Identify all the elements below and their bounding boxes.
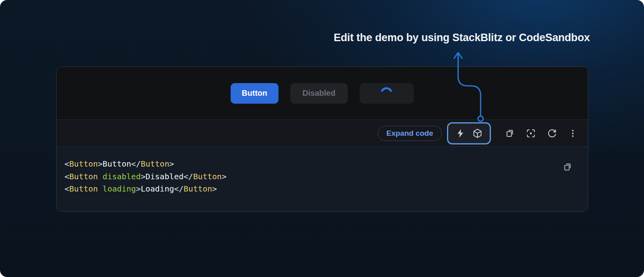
- stackblitz-button[interactable]: [455, 128, 466, 138]
- copy-icon: [505, 129, 515, 138]
- code-line: <Button loading>Loading</Button>: [64, 183, 226, 195]
- isolate-demo-button[interactable]: [526, 128, 536, 138]
- loading-spinner-icon: [380, 87, 393, 100]
- copy-code-button[interactable]: [505, 128, 515, 138]
- demo-toolbar: Expand code: [57, 120, 588, 147]
- kebab-menu-icon: [568, 128, 578, 138]
- page-background: Edit the demo by using StackBlitz or Cod…: [0, 0, 644, 277]
- stackblitz-bolt-icon: [455, 128, 466, 138]
- annotation-heading: Edit the demo by using StackBlitz or Cod…: [334, 32, 590, 44]
- refresh-demo-button[interactable]: [547, 128, 557, 138]
- expand-code-button[interactable]: Expand code: [378, 126, 442, 141]
- demo-button-disabled: Disabled: [290, 83, 348, 104]
- demo-preview: Button Disabled: [57, 67, 588, 120]
- copy-icon: [563, 162, 572, 172]
- demo-button-primary[interactable]: Button: [231, 83, 278, 104]
- code-copy-button[interactable]: [563, 162, 573, 172]
- code-line: <Button disabled>Disabled</Button>: [64, 171, 226, 183]
- code-lines: <Button>Button</Button><Button disabled>…: [64, 158, 226, 195]
- demo-card: Button Disabled Expand code: [56, 66, 588, 212]
- isolate-icon: [526, 128, 536, 138]
- codesandbox-cube-icon: [472, 128, 483, 138]
- demo-button-loading[interactable]: [360, 83, 414, 104]
- edit-demo-button-group: [447, 122, 491, 144]
- codesandbox-button[interactable]: [472, 128, 483, 138]
- more-actions-button[interactable]: [568, 128, 578, 138]
- code-line: <Button>Button</Button>: [64, 158, 226, 171]
- refresh-icon: [547, 128, 557, 138]
- code-block: <Button>Button</Button><Button disabled>…: [57, 147, 588, 211]
